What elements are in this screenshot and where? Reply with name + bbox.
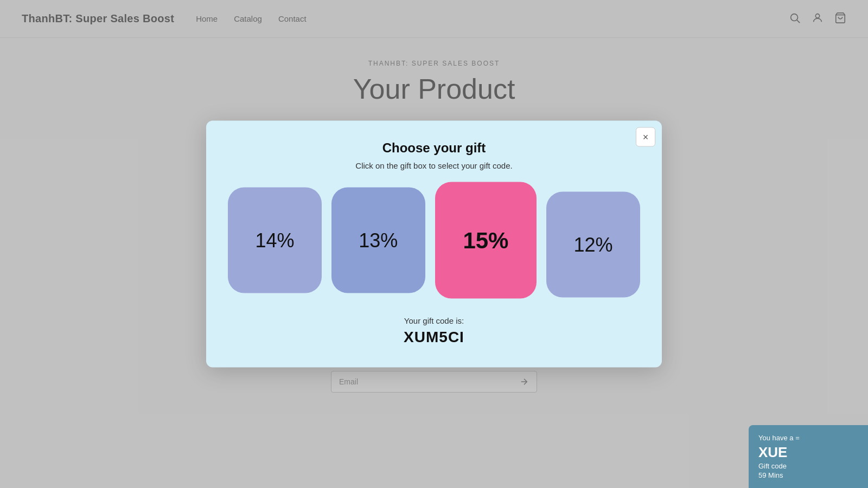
gift-box-4-value: 12% xyxy=(574,233,613,256)
gift-box-4[interactable]: 12% xyxy=(546,192,640,298)
modal-close-button[interactable]: × xyxy=(636,127,655,147)
gift-box-2-value: 13% xyxy=(359,229,398,252)
gift-box-3[interactable]: 15% xyxy=(435,182,537,299)
corner-notification: You have a = XUE Gift code 59 Mins xyxy=(749,425,868,488)
gift-box-1-value: 14% xyxy=(255,229,294,252)
corner-notif-code: XUE xyxy=(758,444,858,461)
modal-title: Choose your gift xyxy=(228,140,640,156)
gift-box-2[interactable]: 13% xyxy=(331,188,425,293)
gift-code-label: Your gift code is: xyxy=(228,316,640,325)
gift-modal: × Choose your gift Click on the gift box… xyxy=(206,121,662,368)
gift-box-3-value: 15% xyxy=(463,227,508,253)
corner-notif-label: Gift code xyxy=(758,462,858,470)
modal-subtitle: Click on the gift box to select your gif… xyxy=(228,161,640,170)
gift-boxes-row: 14% 13% 15% 12% xyxy=(228,188,640,299)
gift-box-1[interactable]: 14% xyxy=(228,188,322,293)
corner-notif-top-text: You have a = xyxy=(758,434,858,442)
gift-code-value: XUM5CI xyxy=(228,329,640,346)
corner-notif-timer: 59 Mins xyxy=(758,471,858,479)
